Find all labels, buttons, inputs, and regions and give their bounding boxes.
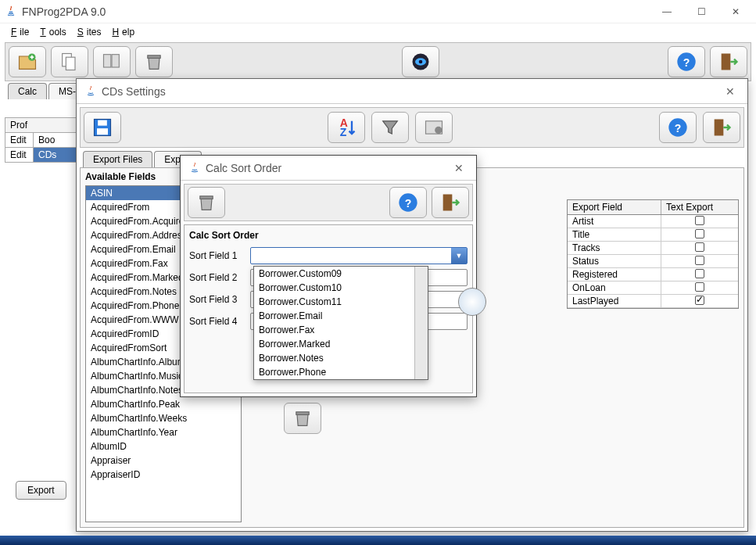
field-name: OnLoan (568, 281, 661, 294)
list-item[interactable]: AlbumChartInfo.Year (86, 425, 241, 439)
table-row[interactable]: Registered (568, 268, 738, 281)
svg-text:?: ? (683, 56, 690, 69)
svg-rect-11 (722, 54, 731, 70)
menu-help[interactable]: Help (106, 25, 138, 39)
chevron-down-icon[interactable]: ▼ (451, 248, 467, 264)
filter-button[interactable] (371, 112, 409, 143)
list-item[interactable]: AlbumChartInfo.Weeks (86, 411, 241, 425)
cell-val: CDs (34, 148, 61, 162)
edit-button[interactable]: Edit (5, 148, 34, 162)
checkbox[interactable] (695, 229, 704, 238)
remove-field-button[interactable] (284, 403, 321, 434)
menu-tools[interactable]: Tools (34, 25, 69, 39)
app-title: FNProg2PDA 9.0 (22, 5, 650, 18)
dropdown-item[interactable]: Borrower.Fax (254, 323, 428, 337)
svg-rect-5 (148, 56, 160, 59)
field-name: Artist (568, 215, 661, 228)
dropdown-item[interactable]: Borrower.Custom09 (254, 267, 428, 281)
menu-sites[interactable]: Sites (71, 25, 105, 39)
profile-grid: Prof Edit Boo Edit CDs (5, 117, 79, 163)
svg-rect-4 (112, 55, 119, 67)
paste-button[interactable] (93, 46, 131, 77)
list-item[interactable]: AppraiserID (86, 468, 241, 482)
dropdown-item[interactable]: Borrower.Phone (254, 365, 428, 379)
col-text-export: Text Export (661, 200, 718, 214)
table-row[interactable]: Title (568, 228, 738, 242)
save-button[interactable] (84, 112, 121, 143)
export-button[interactable]: Export (16, 481, 66, 500)
table-row[interactable]: OnLoan (568, 281, 738, 295)
exit-button[interactable] (703, 112, 740, 143)
sort-az-button[interactable]: AZ (328, 112, 365, 143)
field-name: Registered (568, 268, 661, 281)
field-name: LastPlayed (568, 295, 661, 307)
view-button[interactable] (402, 46, 439, 77)
table-row[interactable]: Artist (568, 215, 738, 228)
help-button[interactable]: ? (659, 112, 697, 143)
java-icon (188, 162, 201, 174)
dropdown-item[interactable]: Borrower.Marked (254, 337, 428, 351)
export-fields-table: Export Field Text Export ArtistTitleTrac… (567, 199, 739, 309)
checkbox[interactable] (695, 269, 704, 278)
sort-titlebar: Calc Sort Order ✕ (181, 156, 476, 181)
table-row[interactable]: LastPlayed (568, 295, 738, 308)
grid-row[interactable]: Edit Boo (5, 133, 79, 148)
svg-rect-26 (443, 195, 453, 211)
svg-point-18 (435, 127, 442, 134)
help-button[interactable]: ? (668, 46, 705, 77)
sort-field-1-dropdown[interactable]: Borrower.Custom09Borrower.Custom10Borrow… (253, 266, 428, 380)
svg-text:?: ? (675, 122, 682, 134)
exit-button[interactable] (710, 46, 747, 77)
cds-title: CDs Settings (102, 85, 719, 98)
menubar: File Tools Sites Help (0, 23, 756, 41)
tab-export-files[interactable]: Export Files (83, 151, 152, 167)
checkbox[interactable] (695, 256, 704, 265)
table-row[interactable]: Status (568, 255, 738, 268)
list-item[interactable]: Appraiser (86, 454, 241, 468)
dropdown-item[interactable]: Borrower.Custom10 (254, 281, 428, 295)
table-row[interactable]: Tracks (568, 242, 738, 255)
close-icon[interactable]: ✕ (719, 82, 741, 101)
field-name: Title (568, 228, 661, 241)
close-button[interactable]: ✕ (718, 1, 753, 23)
dropdown-item[interactable]: Borrower.Email (254, 309, 428, 323)
cds-titlebar: CDs Settings ✕ (77, 79, 747, 104)
exit-button[interactable] (432, 187, 469, 218)
tab-calc[interactable]: Calc (8, 83, 47, 99)
checkbox[interactable] (695, 216, 704, 225)
delete-button[interactable] (135, 46, 173, 77)
dropdown-item[interactable]: Borrower.Custom11 (254, 295, 428, 309)
checkbox[interactable] (695, 242, 704, 252)
add-sort-button[interactable] (458, 288, 486, 316)
svg-rect-21 (715, 120, 724, 136)
new-button[interactable] (9, 46, 46, 77)
maximize-button[interactable]: ☐ (684, 1, 718, 23)
list-item[interactable]: AlbumChartInfo.Peak (86, 397, 241, 411)
clear-button[interactable] (188, 187, 225, 218)
cds-toolbar: AZ ? (80, 107, 744, 148)
checkbox[interactable] (695, 296, 704, 305)
dropdown-item[interactable]: Borrower.Notes (254, 351, 428, 365)
checkbox[interactable] (695, 282, 704, 292)
sort-group-label: Calc Sort Order (189, 230, 468, 241)
minimize-button[interactable]: — (650, 1, 684, 23)
sort-field-1-combo[interactable]: ▼ (250, 247, 468, 264)
list-item[interactable]: AlbumID (86, 439, 241, 454)
sort-field-4-label: Sort Field 4 (189, 316, 244, 327)
copy-button[interactable] (51, 46, 88, 77)
svg-rect-23 (200, 196, 213, 199)
svg-rect-2 (66, 57, 75, 70)
svg-rect-3 (104, 55, 111, 67)
grid-row-selected[interactable]: Edit CDs (5, 148, 79, 163)
menu-file[interactable]: File (5, 25, 32, 39)
java-icon (5, 5, 17, 18)
edit-button[interactable]: Edit (5, 133, 34, 147)
svg-rect-14 (98, 120, 107, 126)
help-button[interactable]: ? (389, 187, 427, 218)
svg-rect-22 (296, 412, 309, 415)
sort-field-1-label: Sort Field 1 (189, 250, 244, 261)
close-icon[interactable]: ✕ (448, 159, 470, 177)
sort-field-3-label: Sort Field 3 (189, 294, 244, 305)
settings-button[interactable] (415, 112, 453, 143)
cell-val: Boo (34, 133, 59, 147)
